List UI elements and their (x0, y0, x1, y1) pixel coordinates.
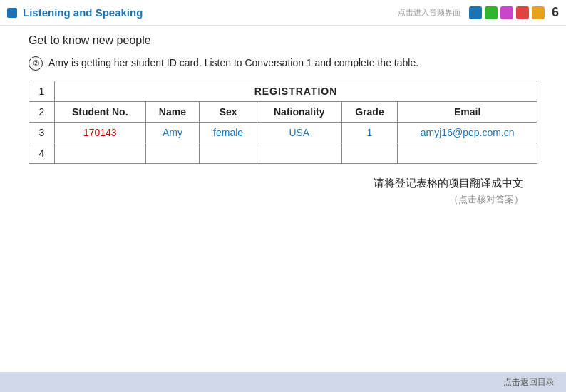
cell-empty-1 (55, 143, 146, 164)
table-row: 4 (29, 143, 537, 164)
cell-nationality: USA (257, 123, 342, 143)
header-icon (7, 8, 17, 18)
cell-empty-6 (398, 143, 537, 164)
cell-grade: 1 (341, 123, 398, 143)
dot-4[interactable] (516, 6, 529, 19)
cell-email: amyj16@pep.com.cn (398, 123, 537, 143)
cell-empty-2 (145, 143, 200, 164)
header: Listening and Speaking 点击进入音频界面 6 (0, 0, 566, 26)
header-title: Listening and Speaking (23, 6, 389, 19)
registration-table: 1 REGISTRATION 2 Student No. Name Sex Na… (29, 81, 537, 164)
translation-area: 请将登记表格的项目翻译成中文 （点击核对答案） (29, 177, 537, 206)
color-dots (469, 6, 545, 19)
cell-empty-5 (341, 143, 398, 164)
cell-name: Amy (145, 123, 200, 143)
table-row: 1 REGISTRATION (29, 81, 537, 102)
cell-sex: female (200, 123, 257, 143)
dot-1[interactable] (469, 6, 482, 19)
cell-empty-4 (257, 143, 342, 164)
row-num-1: 1 (29, 81, 55, 102)
footer: 点击返回目录 (0, 372, 566, 392)
footer-text[interactable]: 点击返回目录 (503, 376, 555, 388)
registration-table-wrapper: 1 REGISTRATION 2 Student No. Name Sex Na… (29, 81, 537, 164)
col-grade: Grade (341, 102, 398, 123)
row-num-4: 4 (29, 143, 55, 164)
row-num-3: 3 (29, 123, 55, 143)
table-row: 3 170143 Amy female USA 1 amyj16@pep.com… (29, 123, 537, 143)
instruction: ② Amy is getting her student ID card. Li… (29, 56, 537, 71)
subtitle: Get to know new people (29, 34, 537, 47)
dot-2[interactable] (485, 6, 498, 19)
registration-label: REGISTRATION (55, 81, 537, 102)
cell-student-no: 170143 (55, 123, 146, 143)
instruction-number: ② (29, 56, 43, 71)
col-email: Email (398, 102, 537, 123)
page-number: 6 (552, 5, 559, 20)
click-hint[interactable]: （点击核对答案） (29, 193, 523, 206)
col-sex: Sex (200, 102, 257, 123)
instruction-text: Amy is getting her student ID card. List… (48, 56, 418, 71)
cell-empty-3 (200, 143, 257, 164)
col-student-no: Student No. (55, 102, 146, 123)
row-num-2: 2 (29, 102, 55, 123)
header-center-text: 点击进入音频界面 (398, 7, 460, 18)
col-name: Name (145, 102, 200, 123)
col-nationality: Nationality (257, 102, 342, 123)
dot-5[interactable] (532, 6, 545, 19)
main-content: Get to know new people ② Amy is getting … (0, 26, 566, 213)
dot-3[interactable] (500, 6, 513, 19)
table-row: 2 Student No. Name Sex Nationality Grade… (29, 102, 537, 123)
translation-text: 请将登记表格的项目翻译成中文 (29, 177, 523, 190)
